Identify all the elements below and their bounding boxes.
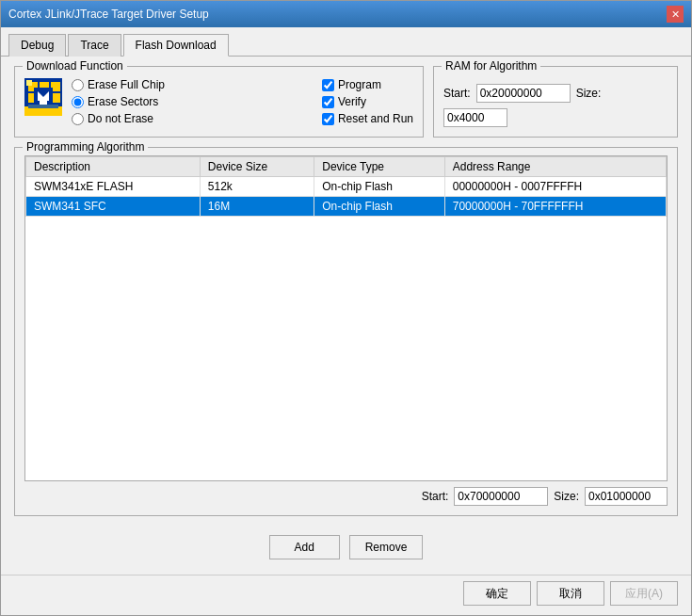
algorithm-table-body: SWM341xE FLASH512kOn-chip Flash00000000H… — [26, 177, 667, 217]
download-function-group: Download Function — [14, 66, 424, 138]
ok-button[interactable]: 确定 — [463, 581, 531, 606]
verify-label: Verify — [338, 95, 366, 108]
ram-size-input[interactable] — [443, 108, 507, 127]
pa-size-label: Size: — [554, 490, 579, 503]
erase-sectors-label: Erase Sectors — [88, 95, 158, 108]
download-function-inner: Erase Full Chip Erase Sectors Do not Era… — [24, 74, 413, 125]
col-device-size: Device Size — [200, 157, 314, 177]
program-label: Program — [338, 78, 381, 91]
program-checkbox[interactable] — [322, 79, 334, 91]
add-button[interactable]: Add — [269, 535, 340, 559]
programming-algorithm-legend: Programming Algorithm — [23, 140, 148, 154]
checkbox-options: Program Verify Reset and Run — [322, 78, 413, 125]
col-device-type: Device Type — [314, 157, 445, 177]
do-not-erase-label: Do not Erase — [88, 112, 153, 125]
ram-start-input[interactable] — [476, 84, 571, 103]
svg-rect-12 — [28, 105, 58, 108]
checkbox-reset-run[interactable]: Reset and Run — [322, 112, 413, 125]
pa-bottom-fields: Start: Size: — [24, 481, 668, 506]
table-row[interactable]: SWM341xE FLASH512kOn-chip Flash00000000H… — [26, 177, 667, 197]
reset-and-run-label: Reset and Run — [338, 112, 413, 125]
radio-options: Erase Full Chip Erase Sectors Do not Era… — [72, 78, 313, 125]
erase-full-chip-label: Erase Full Chip — [88, 78, 165, 91]
load-icon — [24, 78, 62, 116]
remove-button[interactable]: Remove — [349, 535, 424, 559]
algorithm-table-wrapper: Description Device Size Device Type Addr… — [24, 155, 668, 481]
checkbox-program[interactable]: Program — [322, 78, 413, 91]
title-bar: Cortex JLink/JTrace Target Driver Setup … — [1, 1, 691, 27]
erase-full-chip-radio[interactable] — [72, 79, 84, 91]
table-header-row: Description Device Size Device Type Addr… — [26, 157, 667, 177]
ram-start-label: Start: — [443, 87, 471, 100]
checkbox-verify[interactable]: Verify — [322, 95, 413, 108]
do-not-erase-radio[interactable] — [72, 113, 84, 125]
footer-row: 确定 取消 应用(A) — [1, 575, 691, 615]
verify-checkbox[interactable] — [322, 96, 334, 108]
radio-erase-sectors[interactable]: Erase Sectors — [72, 95, 313, 108]
ram-algorithm-group: RAM for Algorithm Start: Size: — [433, 66, 678, 138]
ram-fields: Start: Size: — [443, 74, 668, 127]
erase-sectors-radio[interactable] — [72, 96, 84, 108]
programming-algorithm-group: Programming Algorithm Description Device… — [14, 147, 678, 516]
tab-trace[interactable]: Trace — [68, 34, 121, 57]
main-content: Download Function — [1, 57, 691, 575]
svg-rect-8 — [26, 80, 32, 86]
tab-flash-download[interactable]: Flash Download — [123, 34, 229, 57]
radio-do-not-erase[interactable]: Do not Erase — [72, 112, 313, 125]
reset-and-run-checkbox[interactable] — [322, 113, 334, 125]
window-title: Cortex JLink/JTrace Target Driver Setup — [8, 8, 209, 21]
pa-start-label: Start: — [422, 490, 449, 503]
ram-size-label: Size: — [576, 87, 602, 100]
col-description: Description — [26, 157, 201, 177]
table-row[interactable]: SWM341 SFC16MOn-chip Flash70000000H - 70… — [26, 197, 667, 217]
svg-rect-11 — [40, 101, 47, 105]
cancel-button[interactable]: 取消 — [537, 581, 604, 606]
top-row: Download Function — [14, 66, 678, 138]
close-button[interactable]: ✕ — [667, 6, 684, 23]
main-window: Cortex JLink/JTrace Target Driver Setup … — [0, 0, 692, 616]
tab-debug[interactable]: Debug — [8, 34, 66, 57]
download-function-legend: Download Function — [23, 59, 127, 73]
pa-start-input[interactable] — [454, 487, 548, 506]
add-remove-row: Add Remove — [14, 526, 678, 565]
radio-erase-full-chip[interactable]: Erase Full Chip — [72, 78, 313, 91]
apply-button[interactable]: 应用(A) — [610, 581, 678, 606]
algorithm-table: Description Device Size Device Type Addr… — [25, 156, 667, 217]
pa-size-input[interactable] — [585, 487, 668, 506]
tab-bar: Debug Trace Flash Download — [1, 27, 691, 57]
ram-algorithm-legend: RAM for Algorithm — [442, 59, 540, 73]
col-address-range: Address Range — [444, 157, 666, 177]
